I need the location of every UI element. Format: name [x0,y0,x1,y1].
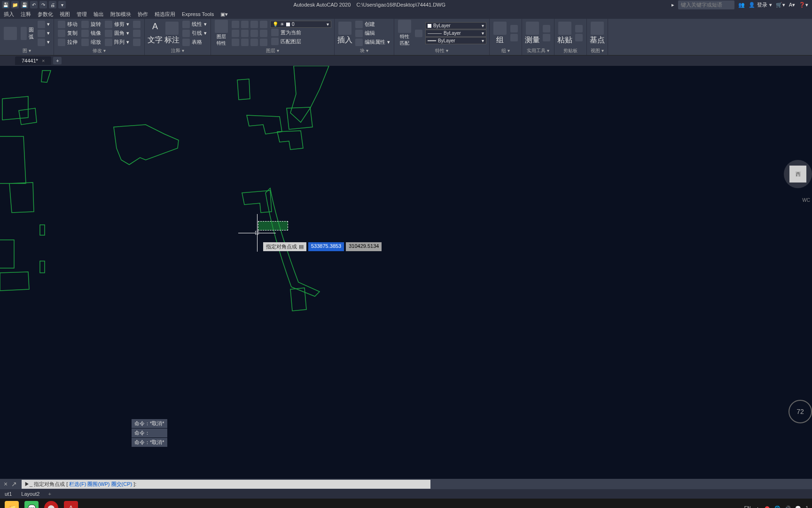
arc-button[interactable]: 圆弧 [20,26,35,41]
insert-button[interactable]: 插入 [337,22,352,45]
panel-label[interactable]: 组 ▾ [492,47,519,54]
menu-item[interactable]: 注释 [21,11,31,18]
editattr-button[interactable]: 编辑属性▾ [354,38,391,47]
clock-time[interactable]: 1 [805,506,808,508]
base-button[interactable]: 基点 [590,22,605,45]
drawing-canvas[interactable]: 指定对角点或 ▤ 533875.3853 310429.5134 西 WC 72… [0,66,812,480]
add-layout-button[interactable]: + [44,490,55,498]
layout-tab[interactable]: Layout2 [16,490,44,498]
panel-label[interactable]: 注释 ▾ [148,47,208,54]
menu-item[interactable]: 管理 [77,11,87,18]
login-button[interactable]: 👤 登录 ▾ [749,1,772,8]
new-tab-button[interactable]: + [53,57,62,64]
lineweight-dropdown[interactable]: ━━━ByLayer▾ [425,37,486,44]
tray-not-icon[interactable]: 💬 [795,506,801,508]
menu-item[interactable]: 输出 [94,11,104,18]
modify-misc2-button[interactable] [132,29,141,38]
command-input[interactable]: ▶_ 指定对角点或 [ 栏选(F) 圈围(WP) 圈交(CP) ]: [22,480,430,489]
setcurrent-button[interactable]: 置为当前 [270,28,331,37]
menu-item[interactable]: 协作 [138,11,148,18]
color-dropdown[interactable]: ByLayer▾ [425,22,486,29]
panel-label[interactable]: 修改 ▾ [57,47,141,54]
panel-label[interactable]: 剪贴板 [557,47,584,54]
group-sel-button[interactable] [509,33,519,42]
linetype-dropdown[interactable]: ———ByLayer▾ [425,30,486,37]
panel-toggle-icon[interactable]: ▣▾ [220,11,228,17]
panel-label[interactable]: 图 ▾ [3,47,51,54]
hatch-button[interactable]: ▾ [37,38,51,47]
text-button[interactable]: A文字 [148,22,163,45]
move-button[interactable]: 移动 [57,20,78,29]
create-button[interactable]: 创建 [354,20,391,29]
circle-button[interactable]: ▾ [37,20,51,29]
layout-tab[interactable]: ut1 [0,490,16,498]
record-icon[interactable]: ⬤ [44,501,58,508]
menu-item[interactable]: Express Tools [182,11,214,17]
dyn-x-input[interactable]: 533875.3853 [308,242,344,251]
match-props-button[interactable]: 特性 匹配 [397,20,412,47]
panel-label[interactable]: 图层 ▾ [214,47,331,54]
stretch-button[interactable]: 拉伸 [57,38,78,47]
menu-item[interactable]: 插入 [4,11,14,18]
viewcube-face[interactable]: 西 [789,166,806,183]
measure-button[interactable]: 测量 [525,22,540,45]
trim-button[interactable]: 修剪▾ [104,20,130,29]
cut-button[interactable] [574,24,584,33]
cmd-close-button[interactable]: × [2,480,9,488]
group-edit-button[interactable] [509,24,519,33]
spline-button[interactable]: ▾ [37,29,51,38]
autodesk-icon[interactable]: A▾ [789,2,795,8]
panel-label[interactable]: 实用工具 ▾ [525,47,551,54]
rotate-button[interactable]: 旋转 [80,20,102,29]
fillet-button[interactable]: 圆角▾ [104,29,130,38]
dyn-y-input[interactable]: 310429.5134 [346,242,382,251]
tray-rec-icon[interactable]: ⬤ [765,506,770,508]
panel-label[interactable]: 特性 ▾ [397,47,486,54]
search-arrow-icon[interactable]: ▸ [671,2,674,8]
menu-item[interactable]: 参数化 [38,11,53,18]
copy-button[interactable]: 复制 [57,29,78,38]
group-button[interactable]: 组 [492,22,508,45]
list-icon[interactable]: ▤ [299,244,304,250]
edit-button[interactable]: 编辑 [354,29,391,38]
dim-button[interactable]: 标注 [164,22,180,45]
copy-clip-button[interactable] [574,33,584,42]
tray-vol-icon[interactable]: 🔊 [785,506,790,508]
wechat-icon[interactable]: 💬 [24,501,39,508]
qat-saveall-icon[interactable]: 💾 [21,1,28,8]
tray-up-icon[interactable]: ▲ [756,506,760,508]
table-button[interactable]: 表格 [181,38,208,47]
mirror-button[interactable]: 镜像 [80,29,102,38]
viewcube[interactable]: 西 [784,160,812,188]
help-icon[interactable]: ❓▾ [799,2,808,8]
qat-undo-icon[interactable]: ↶ [30,1,38,8]
menu-item[interactable]: 附加模块 [110,11,131,18]
menu-item[interactable]: 精选应用 [155,11,175,18]
layer-state2-button[interactable] [231,29,268,38]
autocad-icon[interactable]: A [64,501,78,508]
util2-button[interactable] [542,33,551,42]
tray-net-icon[interactable]: 🌐 [774,506,780,508]
search-input[interactable]: 键入关键字或短语 [678,0,734,9]
cmd-recent-button[interactable]: ↗ [10,480,18,488]
polyline-button[interactable] [3,26,18,40]
menu-item[interactable]: 视图 [60,11,70,18]
layer-props-button[interactable]: 图层 特性 [214,20,229,47]
qat-print-icon[interactable]: 🖨 [49,1,56,8]
matchlayer-button[interactable]: 匹配图层 [270,37,331,46]
array-button[interactable]: 阵列▾ [104,38,130,47]
leader-button[interactable]: 引线▾ [181,29,208,38]
panel-label[interactable]: 视图 ▾ [590,47,605,54]
modify-misc3-button[interactable] [132,38,141,47]
a360-icon[interactable]: 👥 [738,2,745,8]
panel-label[interactable]: 块 ▾ [337,47,391,54]
qat-save-icon[interactable]: 💾 [2,1,9,8]
file-tab[interactable]: 74441* × [15,56,51,65]
explorer-icon[interactable]: 📁 [5,501,19,508]
linear-button[interactable]: 线性▾ [181,20,208,29]
util1-button[interactable] [542,24,551,33]
qat-redo-icon[interactable]: ↷ [39,1,47,8]
ime-indicator[interactable]: EN [744,506,751,508]
qat-more-icon[interactable]: ▾ [58,1,66,8]
paste-button[interactable]: 粘贴 [557,22,572,45]
